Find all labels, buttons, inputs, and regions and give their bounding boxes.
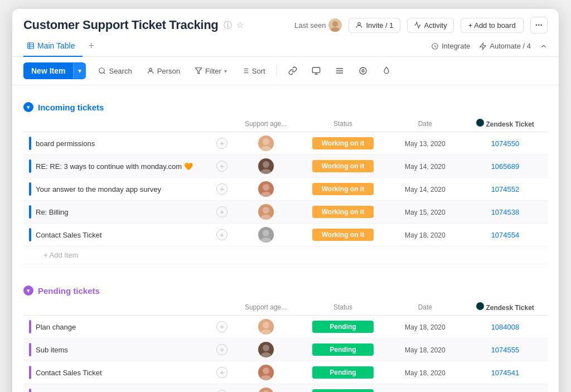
svg-point-34 bbox=[260, 238, 272, 243]
integrate-button[interactable]: Integrate bbox=[431, 42, 470, 50]
zendesk-cell[interactable]: 1074552 bbox=[463, 178, 548, 201]
status-cell[interactable]: Working on it bbox=[298, 132, 388, 155]
status-cell[interactable]: Pending bbox=[298, 361, 388, 384]
table-row: Contact Sales Ticket + Working on itMay … bbox=[23, 224, 548, 246]
status-cell[interactable]: Pending bbox=[298, 316, 388, 338]
zendesk-link[interactable]: 1084008 bbox=[468, 323, 542, 331]
add-row-icon[interactable]: + bbox=[216, 344, 228, 355]
zendesk-link[interactable]: 1074555 bbox=[468, 346, 542, 354]
date-cell: May 13, 2020 bbox=[388, 132, 463, 155]
zendesk-cell[interactable]: 1074555 bbox=[463, 338, 548, 361]
add-row-icon[interactable]: + bbox=[216, 229, 228, 240]
agent-cell bbox=[233, 155, 298, 178]
svg-point-25 bbox=[263, 138, 269, 145]
zendesk-cell[interactable]: 1073489 bbox=[463, 384, 548, 393]
status-cell[interactable]: Working on it bbox=[298, 224, 388, 246]
agent-avatar bbox=[258, 204, 274, 220]
row-accent-bar bbox=[29, 320, 31, 333]
zendesk-icon bbox=[476, 119, 484, 127]
status-cell[interactable]: Working on it bbox=[298, 201, 388, 224]
agent-avatar bbox=[258, 388, 274, 392]
incoming-table: Support age... Status Date Zendesk Ticke… bbox=[23, 115, 548, 264]
zendesk-link[interactable]: 1065689 bbox=[468, 162, 542, 171]
zendesk-link[interactable]: 1074554 bbox=[468, 231, 542, 239]
status-cell[interactable]: Pending bbox=[298, 384, 388, 393]
add-tab-button[interactable]: + bbox=[83, 36, 100, 56]
table-row: Plan change + PendingMay 18, 20201084008 bbox=[23, 316, 548, 338]
new-item-button[interactable]: New Item ▾ bbox=[23, 62, 86, 79]
zendesk-cell[interactable]: 1065689 bbox=[463, 155, 548, 178]
collapse-incoming-button[interactable]: ▾ bbox=[23, 102, 33, 112]
svg-point-27 bbox=[263, 161, 269, 168]
new-item-main[interactable]: New Item bbox=[23, 62, 73, 79]
pending-table-wrap: Support age... Status Date Zendesk Ticke… bbox=[12, 299, 559, 392]
status-badge: Working on it bbox=[312, 183, 374, 195]
main-content: ▾ Incoming tickets Support age... Status… bbox=[12, 85, 559, 392]
name-cell: Sub items + bbox=[23, 338, 233, 361]
collapse-button[interactable] bbox=[540, 42, 548, 50]
activity-button[interactable]: Activity bbox=[407, 18, 454, 33]
add-row-icon[interactable]: + bbox=[216, 138, 228, 149]
status-cell[interactable]: Working on it bbox=[298, 178, 388, 201]
status-cell[interactable]: Working on it bbox=[298, 155, 388, 178]
zendesk-cell[interactable]: 1084008 bbox=[463, 316, 548, 338]
add-item-row[interactable]: + Add Item bbox=[23, 246, 548, 264]
info-icon[interactable]: ⓘ bbox=[224, 20, 232, 31]
agent-cell bbox=[233, 384, 298, 393]
svg-point-8 bbox=[99, 68, 104, 73]
row-name: Contact Sales Ticket bbox=[36, 231, 102, 239]
zendesk-link[interactable]: 1074541 bbox=[468, 369, 542, 377]
svg-rect-18 bbox=[312, 67, 320, 72]
search-button[interactable]: Search bbox=[93, 64, 137, 79]
svg-point-0 bbox=[332, 21, 338, 27]
zendesk-cell[interactable]: 1074541 bbox=[463, 361, 548, 384]
add-row-icon[interactable]: + bbox=[216, 183, 228, 195]
agent-avatar bbox=[258, 158, 274, 174]
add-row-icon[interactable]: + bbox=[216, 390, 228, 392]
incoming-table-wrap: Support age... Status Date Zendesk Ticke… bbox=[12, 115, 559, 264]
link-button[interactable] bbox=[283, 63, 303, 79]
zendesk-link[interactable]: 1074550 bbox=[468, 139, 542, 148]
tab-main-table[interactable]: Main Table bbox=[23, 36, 83, 57]
zendesk-cell[interactable]: 1074550 bbox=[463, 132, 548, 155]
row-height-button[interactable] bbox=[330, 63, 350, 79]
add-to-board-button[interactable]: + Add to board bbox=[461, 18, 524, 33]
zendesk-cell[interactable]: 1074538 bbox=[463, 201, 548, 224]
add-tab-icon: + bbox=[88, 40, 94, 51]
add-row-icon[interactable]: + bbox=[216, 321, 228, 332]
header: Customer Support Ticket Tracking ⓘ ☆ Las… bbox=[12, 9, 559, 33]
new-item-caret[interactable]: ▾ bbox=[73, 63, 86, 79]
status-cell[interactable]: Pending bbox=[298, 338, 388, 361]
zendesk-link[interactable]: 1074538 bbox=[468, 208, 542, 216]
more-options-button[interactable]: ··· bbox=[530, 17, 548, 33]
col-status-header: Status bbox=[298, 299, 388, 316]
sort-button[interactable]: Sort bbox=[236, 64, 271, 79]
automate-button[interactable]: Automate / 4 bbox=[479, 42, 531, 50]
person-button[interactable]: Person bbox=[141, 64, 186, 79]
color-button[interactable] bbox=[376, 63, 396, 79]
add-row-icon[interactable]: + bbox=[216, 161, 228, 172]
apps-button[interactable] bbox=[353, 63, 373, 79]
zendesk-icon bbox=[476, 302, 484, 310]
row-name: Sub items bbox=[36, 346, 68, 354]
col-zendesk-header: Zendesk Ticket bbox=[463, 115, 548, 132]
row-accent-bar bbox=[29, 366, 31, 379]
tabs-right: Integrate Automate / 4 bbox=[431, 42, 548, 50]
svg-point-29 bbox=[263, 184, 269, 191]
embed-button[interactable] bbox=[306, 63, 326, 79]
collapse-pending-button[interactable]: ▾ bbox=[23, 285, 33, 296]
add-row-icon[interactable]: + bbox=[216, 206, 228, 217]
avatar bbox=[328, 18, 342, 32]
svg-point-1 bbox=[331, 27, 340, 32]
add-item-label[interactable]: + Add Item bbox=[23, 246, 548, 264]
zendesk-link[interactable]: 1074552 bbox=[468, 185, 542, 193]
filter-button[interactable]: Filter ▾ bbox=[189, 64, 233, 79]
zendesk-cell[interactable]: 1074554 bbox=[463, 224, 548, 246]
svg-point-2 bbox=[358, 22, 361, 25]
star-icon[interactable]: ☆ bbox=[236, 20, 244, 30]
row-name: Re: Billing bbox=[36, 208, 69, 216]
invite-button[interactable]: Invite / 1 bbox=[349, 18, 400, 33]
search-label: Search bbox=[109, 67, 132, 75]
add-row-icon[interactable]: + bbox=[216, 367, 228, 378]
row-accent-bar bbox=[29, 137, 31, 150]
